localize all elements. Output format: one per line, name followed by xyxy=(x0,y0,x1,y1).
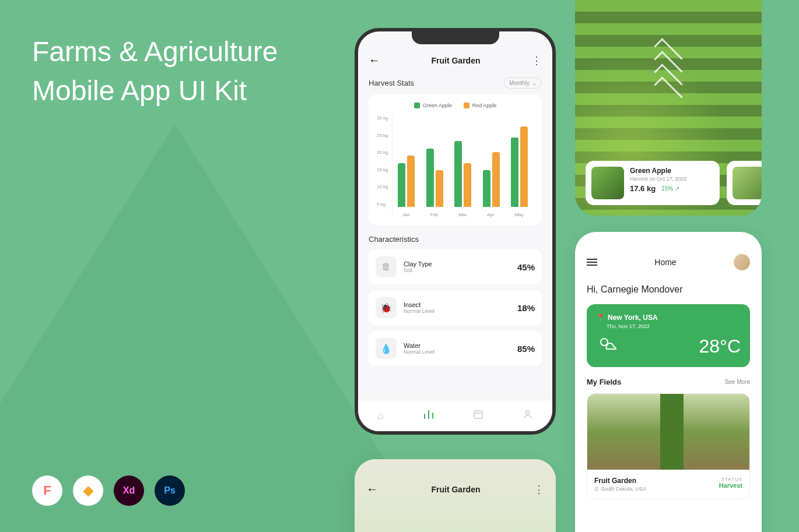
header-bar: ← Fruit Garden ⋮ xyxy=(369,54,542,67)
trend-up-icon: ↗ xyxy=(675,185,679,192)
nav-stats-icon[interactable] xyxy=(423,408,434,423)
menu-icon[interactable] xyxy=(587,259,597,266)
status-label: STATUS xyxy=(719,477,742,482)
characteristic-item[interactable]: 🗑 Clay Type Soil 45% xyxy=(369,249,542,284)
bar-group xyxy=(511,126,528,207)
phone-stats: ← Fruit Garden ⋮ Harvest Stats Monthly ⌄… xyxy=(355,28,556,435)
y-tick: 25 kg xyxy=(377,133,388,138)
tool-icons: F ◆ Xd Ps xyxy=(32,475,185,506)
crop-thumb xyxy=(733,167,762,199)
pin-icon: 📍 xyxy=(596,313,605,322)
char-label: Clay Type xyxy=(404,260,510,267)
hero-line1: Farms & Agriculture xyxy=(32,32,278,71)
bottom-nav: ⌂ xyxy=(358,400,552,431)
weather-card[interactable]: 📍 New York, USA Thu, Nov 17, 2022 28°C xyxy=(587,304,750,367)
characteristic-item[interactable]: 🐞 Insect Normal Level 18% xyxy=(369,290,542,325)
page-title: Fruit Garden xyxy=(431,56,480,65)
stats-title: Harvest Stats xyxy=(369,79,414,87)
header-bar: Home xyxy=(587,254,750,270)
crop-weight: 17.6 kg xyxy=(630,184,656,193)
crop-cards-row: Green Apple Harvest on Oct 17, 2022 17.6… xyxy=(586,161,762,205)
y-tick: 30 kg xyxy=(377,115,388,121)
y-tick: 15 kg xyxy=(377,167,388,172)
legend-red: Red Apple xyxy=(472,103,497,108)
bar xyxy=(520,126,528,207)
x-axis: JanFebMarAprMay xyxy=(393,212,534,217)
notch xyxy=(412,31,499,44)
x-tick: Jan xyxy=(402,212,410,217)
xd-icon: Xd xyxy=(114,475,144,506)
more-icon[interactable]: ⋮ xyxy=(531,54,542,67)
fields-title: My Fields xyxy=(587,378,621,386)
bar-group xyxy=(454,141,471,207)
x-tick: Apr xyxy=(487,212,494,217)
see-more-link[interactable]: See More xyxy=(725,379,750,385)
y-tick: 5 kg xyxy=(377,202,388,207)
bars-container xyxy=(393,115,534,207)
char-label: Water xyxy=(404,342,510,349)
legend-swatch-green xyxy=(414,103,420,108)
chevron-down-icon: ⌄ xyxy=(532,80,537,86)
x-tick: Mar xyxy=(458,212,467,217)
sketch-icon: ◆ xyxy=(73,475,103,506)
field-location: ⊙South Dakota, USA xyxy=(594,486,646,492)
weather-icon xyxy=(596,335,619,358)
characteristic-item[interactable]: 💧 Water Normal Level 85% xyxy=(369,331,542,366)
weather-temp: 28°C xyxy=(699,336,741,357)
legend-swatch-red xyxy=(464,103,469,108)
phone-home: Home Hi, Carnegie Mondover 📍 New York, U… xyxy=(575,232,762,532)
bar-group xyxy=(398,156,415,207)
y-tick: 20 kg xyxy=(377,150,388,155)
crop-card[interactable] xyxy=(727,161,762,205)
char-sub: Normal Level xyxy=(404,349,510,355)
nav-profile-icon[interactable] xyxy=(523,409,533,422)
svg-rect-0 xyxy=(474,411,482,418)
bar xyxy=(492,152,500,207)
weather-location: 📍 New York, USA xyxy=(596,313,741,322)
x-tick: May xyxy=(514,212,523,217)
back-arrow-icon[interactable]: ← xyxy=(366,482,378,496)
bar-group xyxy=(483,152,500,207)
back-arrow-icon[interactable]: ← xyxy=(369,54,380,67)
field-name: Fruit Garden xyxy=(594,477,646,485)
bar-group xyxy=(426,149,443,207)
crop-card[interactable]: Green Apple Harvest on Oct 17, 2022 17.6… xyxy=(586,161,720,205)
hero-line2: Mobile App UI Kit xyxy=(32,71,278,110)
crop-sub: Harvest on Oct 17, 2022 xyxy=(630,176,714,182)
header-bar: ← Fruit Garden ⋮ xyxy=(366,482,544,496)
char-sub: Normal Level xyxy=(404,308,510,314)
page-title: Home xyxy=(654,258,676,267)
char-icon: 🐞 xyxy=(376,297,397,318)
status-value: Harvest xyxy=(719,482,742,489)
nav-calendar-icon[interactable] xyxy=(473,409,483,422)
characteristics-title: Characteristics xyxy=(369,235,419,244)
bar xyxy=(483,170,490,207)
hero-title: Farms & Agriculture Mobile App UI Kit xyxy=(32,32,278,110)
svg-point-1 xyxy=(526,411,530,414)
chart-legend: Green Apple Red Apple xyxy=(377,103,534,108)
bar xyxy=(407,156,415,207)
bar xyxy=(511,138,518,207)
nav-home-icon[interactable]: ⌂ xyxy=(377,410,384,422)
char-label: Insect xyxy=(404,301,510,308)
pin-icon: ⊙ xyxy=(594,486,599,492)
crop-pct: 15%↗ xyxy=(661,185,679,192)
chart-card: Green Apple Red Apple 30 kg25 kg20 kg15 … xyxy=(369,94,542,226)
bar-chart: 30 kg25 kg20 kg15 kg10 kg5 kg JanFebMarA… xyxy=(377,115,534,217)
figma-icon: F xyxy=(32,475,62,506)
bar xyxy=(454,141,462,207)
phone-map: Green Apple Harvest on Oct 17, 2022 17.6… xyxy=(575,0,762,216)
char-sub: Soil xyxy=(404,267,510,273)
avatar[interactable] xyxy=(734,254,750,270)
direction-chevrons xyxy=(654,47,683,97)
more-icon[interactable]: ⋮ xyxy=(534,483,544,496)
period-dropdown[interactable]: Monthly ⌄ xyxy=(504,77,542,89)
legend-green: Green Apple xyxy=(423,103,452,108)
crop-thumb xyxy=(591,167,624,199)
char-value: 18% xyxy=(517,303,535,313)
y-tick: 10 kg xyxy=(377,184,388,189)
char-icon: 🗑 xyxy=(376,256,397,277)
field-card[interactable]: Fruit Garden ⊙South Dakota, USA STATUS H… xyxy=(587,393,750,499)
bar xyxy=(426,149,434,207)
field-image xyxy=(587,394,749,470)
